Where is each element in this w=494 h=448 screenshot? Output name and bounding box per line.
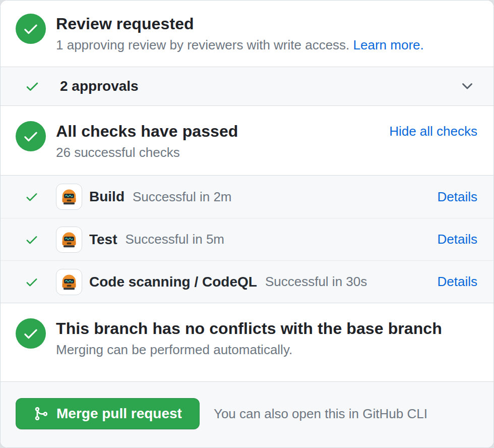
git-merge-icon bbox=[33, 406, 48, 421]
details-link[interactable]: Details bbox=[438, 274, 477, 290]
check-status: Successful in 5m bbox=[126, 232, 225, 247]
pr-merge-box: Review requested 1 approving review by r… bbox=[0, 0, 494, 448]
check-row-test: Test Successful in 5m Details bbox=[1, 218, 493, 260]
check-name: Test bbox=[89, 232, 117, 248]
check-circle-icon bbox=[16, 14, 46, 44]
merge-footer: Merge pull request You can also open thi… bbox=[1, 381, 493, 447]
check-row-build: Build Successful in 2m Details bbox=[1, 176, 493, 218]
check-rows: Build Successful in 2m Details Test Succ… bbox=[1, 175, 493, 303]
check-status: Successful in 2m bbox=[133, 189, 232, 205]
check-icon bbox=[25, 275, 39, 289]
check-name: Code scanning / CodeQL bbox=[89, 274, 257, 290]
check-row-code-scanning: Code scanning / CodeQL Successful in 30s… bbox=[1, 260, 493, 303]
checks-summary-section: All checks have passed 26 successful che… bbox=[1, 106, 493, 175]
check-icon bbox=[25, 233, 39, 247]
approvals-label: 2 approvals bbox=[60, 78, 139, 94]
review-requested-subtitle: 1 approving review by reviewers with wri… bbox=[56, 36, 477, 53]
merge-readiness-title: This branch has no conflicts with the ba… bbox=[56, 318, 477, 339]
checks-summary-title: All checks have passed bbox=[56, 121, 389, 141]
details-link[interactable]: Details bbox=[438, 189, 477, 205]
hide-all-checks-link[interactable]: Hide all checks bbox=[389, 121, 477, 141]
check-circle-icon bbox=[16, 121, 46, 151]
review-subtitle-text: 1 approving review by reviewers with wri… bbox=[56, 37, 349, 52]
merge-button-label: Merge pull request bbox=[56, 406, 182, 422]
check-icon bbox=[25, 79, 40, 94]
review-requested-title: Review requested bbox=[56, 14, 477, 34]
check-icon bbox=[25, 190, 39, 204]
merge-pull-request-button[interactable]: Merge pull request bbox=[16, 398, 200, 429]
review-requested-text: Review requested 1 approving review by r… bbox=[56, 14, 477, 53]
github-cli-note: You can also open this in GitHub CLI bbox=[214, 406, 427, 422]
bot-avatar-icon[interactable] bbox=[56, 184, 82, 210]
chevron-down-icon[interactable] bbox=[459, 78, 475, 94]
details-link[interactable]: Details bbox=[438, 232, 477, 247]
review-requested-section: Review requested 1 approving review by r… bbox=[1, 1, 493, 67]
approvals-row[interactable]: 2 approvals bbox=[1, 67, 493, 106]
merge-readiness-subtitle: Merging can be performed automatically. bbox=[56, 341, 477, 358]
checks-summary-subtitle: 26 successful checks bbox=[56, 144, 389, 161]
bot-avatar-icon[interactable] bbox=[56, 269, 82, 295]
merge-readiness-text: This branch has no conflicts with the ba… bbox=[56, 318, 477, 358]
check-circle-icon bbox=[16, 318, 46, 349]
merge-readiness-section: This branch has no conflicts with the ba… bbox=[1, 303, 493, 381]
learn-more-link[interactable]: Learn more. bbox=[353, 37, 424, 52]
checks-summary-text: All checks have passed 26 successful che… bbox=[56, 121, 389, 161]
check-status: Successful in 30s bbox=[265, 274, 367, 290]
check-name: Build bbox=[89, 189, 125, 205]
bot-avatar-icon[interactable] bbox=[56, 227, 82, 253]
